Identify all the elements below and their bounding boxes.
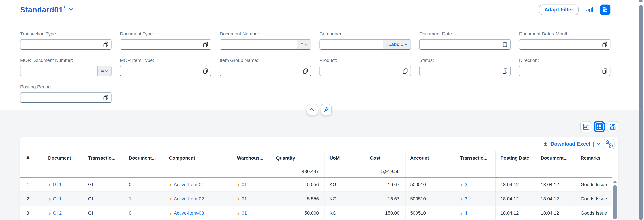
table-view-button[interactable] xyxy=(594,121,605,132)
filter-input-wrap xyxy=(519,39,610,50)
product-input[interactable] xyxy=(320,66,400,76)
posting-period-input[interactable] xyxy=(20,93,100,102)
value-help-button[interactable] xyxy=(400,66,410,76)
table-scrollbar-thumb[interactable] xyxy=(613,185,617,219)
operator-select[interactable]: = xyxy=(98,66,111,76)
col-header-document[interactable]: Document xyxy=(43,151,83,177)
download-options-chevron-icon[interactable] xyxy=(597,142,600,145)
table-settings-button[interactable]: ⚙ ⚙ xyxy=(604,139,614,149)
filter-field-item-group-name: Item Group Name: xyxy=(220,58,311,76)
chart-view-button[interactable] xyxy=(580,121,591,132)
col-header-uom[interactable]: UoM xyxy=(325,151,365,177)
view-switch xyxy=(580,121,618,132)
document-item-cell: 0 xyxy=(124,177,164,192)
cost-total: -5,919.56 xyxy=(370,169,405,174)
transaction-type-input[interactable] xyxy=(20,40,100,49)
transaction-link[interactable]: 3 xyxy=(465,182,468,187)
warehouse-link[interactable]: 01 xyxy=(242,196,247,201)
adapt-filter-button[interactable]: Adapt Filter xyxy=(539,5,578,15)
component-input[interactable] xyxy=(320,40,384,49)
navigation-arrow-icon xyxy=(169,198,172,201)
direction-input[interactable] xyxy=(520,66,600,76)
value-help-button[interactable] xyxy=(200,40,211,49)
document-date-month-input[interactable] xyxy=(520,40,600,49)
table-row[interactable]: 1 GI 1 GI 0 Active-Item-01 01 5.556 KG 1… xyxy=(20,177,612,192)
document-date-input[interactable] xyxy=(420,40,500,49)
chevron-up-icon xyxy=(310,108,314,112)
navigation-arrow-icon xyxy=(460,212,462,215)
col-header-cost[interactable]: Cost-5,919.56 xyxy=(365,151,405,177)
variant-chevron-down-icon[interactable] xyxy=(69,7,73,11)
component-link[interactable]: Active-Item-01 xyxy=(174,182,204,187)
filter-label: Document Date: xyxy=(419,31,511,37)
table-row[interactable]: 2 GI 1 GI 1 Active-Item-02 01 5.556 KG 1… xyxy=(20,192,612,206)
component-link[interactable]: Active-Item-02 xyxy=(174,196,204,201)
document-type-input[interactable] xyxy=(120,40,200,49)
filter-label: MOR Item Type: xyxy=(120,58,211,63)
col-header-remarks[interactable]: Remarks xyxy=(576,151,612,177)
col-header-quantity[interactable]: Quantity430.447 xyxy=(271,151,325,177)
pin-filter-button[interactable] xyxy=(321,104,332,115)
page-title[interactable]: Standard01* xyxy=(20,5,66,14)
transaction-link[interactable]: 4 xyxy=(465,210,468,216)
warehouse-link[interactable]: 01 xyxy=(242,210,247,216)
page-scrollbar[interactable] xyxy=(639,0,643,2)
col-header-document-item[interactable]: Document... xyxy=(124,151,164,177)
mor-item-type-input[interactable] xyxy=(120,66,200,76)
filter-field-document-date: Document Date: xyxy=(419,31,511,50)
filter-field-document-type: Document Type: xyxy=(120,31,211,50)
col-header-transaction-type[interactable]: Transactio... xyxy=(83,151,124,177)
operator-select[interactable]: = xyxy=(297,40,311,49)
download-separator: | xyxy=(593,141,594,147)
filter-input-wrap: = xyxy=(20,66,112,76)
filter-field-direction: Direction: xyxy=(519,58,610,76)
component-link[interactable]: Active-Item-03 xyxy=(174,210,204,216)
navigation-arrow-icon xyxy=(460,184,462,186)
navigation-arrow-icon xyxy=(237,212,240,215)
chart-toggle-button[interactable] xyxy=(585,5,594,15)
document-link[interactable]: GI 2 xyxy=(53,210,62,216)
page-scrollbar-thumb[interactable] xyxy=(639,5,643,220)
value-help-button[interactable] xyxy=(500,66,510,76)
value-help-button[interactable] xyxy=(200,66,211,76)
quantity-cell: 5.556 xyxy=(271,192,325,206)
scroll-up-arrow-icon[interactable] xyxy=(613,180,617,183)
warehouse-link[interactable]: 01 xyxy=(242,182,247,187)
mixed-view-button[interactable] xyxy=(607,121,618,132)
col-header-warehouse[interactable]: Warehous... xyxy=(232,151,271,177)
collapse-filter-button[interactable] xyxy=(307,104,318,115)
table-scrollbar[interactable] xyxy=(613,179,617,220)
value-help-button[interactable] xyxy=(600,40,610,49)
value-help-button[interactable] xyxy=(600,66,610,76)
col-header-posting-date[interactable]: Posting Date xyxy=(496,151,536,177)
posting-date-cell: 18.04.12 xyxy=(496,206,536,220)
document-link[interactable]: GI 1 xyxy=(53,182,62,187)
col-header-index[interactable]: # xyxy=(20,151,43,177)
col-header-component[interactable]: Component xyxy=(164,151,232,177)
date-picker-button[interactable] xyxy=(500,40,510,49)
table-header-row: # Document Transactio... Document... Com… xyxy=(20,151,612,177)
table-row[interactable]: 3 GI 2 GI 0 Active-Item-03 01 50.000 KG … xyxy=(20,206,612,220)
filter-input-wrap xyxy=(120,39,211,50)
quantity-cell: 50.000 xyxy=(271,206,325,220)
document-date-cell: 18.04.12 xyxy=(536,206,576,220)
mor-document-number-input[interactable] xyxy=(20,66,98,76)
filter-field-status: Status: xyxy=(419,58,511,76)
col-header-account[interactable]: Account xyxy=(405,151,455,177)
status-input[interactable] xyxy=(420,66,500,76)
col-header-transaction[interactable]: Transactio... xyxy=(455,151,496,177)
filter-fields-toggle-button[interactable] xyxy=(600,5,610,15)
value-help-button[interactable] xyxy=(100,93,111,102)
item-group-name-input[interactable] xyxy=(220,66,300,76)
transaction-link[interactable]: 3 xyxy=(465,196,468,201)
operator-select[interactable]: ...abc... xyxy=(384,40,410,49)
filter-input-wrap xyxy=(320,66,411,76)
col-header-document-date[interactable]: Document... xyxy=(536,151,576,177)
line-chart-icon xyxy=(582,123,590,130)
value-help-button[interactable] xyxy=(300,66,311,76)
document-number-input[interactable] xyxy=(220,40,297,49)
value-help-button[interactable] xyxy=(100,40,111,49)
filter-input-wrap: = xyxy=(220,39,311,50)
download-excel-link[interactable]: Download Excel | xyxy=(543,141,600,147)
document-link[interactable]: GI 1 xyxy=(53,196,62,201)
